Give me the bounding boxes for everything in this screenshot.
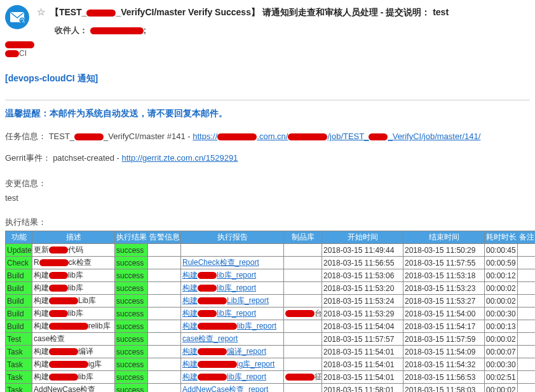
th-repo: 制品库 [284,231,322,244]
task-name-suffix: _VerifyCI/master #141 - [104,132,193,141]
cell-report: 构建lib库_report [181,320,284,333]
task-info-line: 任务信息： TEST__VerifyCI/master #141 - https… [5,131,530,142]
cell-desc: Rck检查 [32,257,115,269]
cell-func: Task [6,358,32,371]
cell-status: success [115,257,148,269]
redacted-blob [90,27,144,34]
cell-desc: 构建lib库 [32,308,115,320]
cell-report: 构建lib库_report [181,308,284,320]
cell-repo [284,257,322,269]
table-row: Task构建lib库success构建lib库_report征库2018-03-… [6,371,536,384]
recipients-line: 收件人： ; [55,25,530,36]
cell-end: 2018-03-15 11:54:17 [403,320,485,333]
cell-start: 2018-03-15 11:57:57 [322,333,403,346]
cell-repo [284,333,322,346]
report-link[interactable]: RuleCheck检查_report [182,258,259,267]
cell-repo [284,384,322,393]
cell-dur: 00:00:45 [485,244,518,257]
star-icon[interactable]: ☆ [37,6,45,17]
cell-remark [518,320,536,333]
cell-alert [148,320,181,333]
cell-report: RuleCheck检查_report [181,257,284,269]
cell-alert [148,295,181,308]
sender-block: CI [5,40,530,58]
cell-end: 2018-03-15 11:56:53 [403,371,485,384]
cell-desc: AddNewCase检查 [32,384,115,393]
cell-dur: 00:00:12 [485,269,518,282]
email-header: ☆ 【TEST__VerifyCI/master Verify Success】… [5,5,530,36]
cell-repo [284,269,322,282]
cell-dur: 00:00:02 [485,282,518,295]
redacted-blob [5,41,34,48]
table-row: Update更新代码success2018-03-15 11:49:442018… [6,244,536,257]
cell-dur: 00:00:13 [485,320,518,333]
cell-start: 2018-03-15 11:53:24 [322,295,403,308]
cell-func: Build [6,282,32,295]
cell-remark [518,269,536,282]
cell-end: 2018-03-15 11:53:23 [403,282,485,295]
cell-end: 2018-03-15 11:54:09 [403,346,485,358]
cell-func: Build [6,320,32,333]
cell-report: 构建Lib库_report [181,295,284,308]
cell-desc: 构建ig库 [32,358,115,371]
report-link[interactable]: 构建ig库_report [182,360,274,368]
cell-func: Task [6,384,32,393]
redacted-blob [49,323,88,330]
cell-repo [284,295,322,308]
redacted-blob [369,133,388,140]
cell-remark [518,282,536,295]
table-header-row: 功能 描述 执行结果 告警信息 执行报告 制品库 开始时间 结束时间 耗时时长 … [6,231,536,244]
cell-status: success [115,358,148,371]
cell-alert [148,371,181,384]
cell-dur: 00:00:02 [485,384,518,393]
report-link[interactable]: 构建编译_report [182,347,266,356]
report-link[interactable]: 构建lib库_report [182,321,276,330]
cell-remark [518,244,536,257]
report-link[interactable]: 构建lib库_report [182,283,256,292]
table-row: Build构建lib库success构建lib库_report2018-03-1… [6,269,536,282]
report-link[interactable]: AddNewCase检查_report [182,385,268,392]
cell-start: 2018-03-15 11:54:01 [322,371,403,384]
cell-remark [518,295,536,308]
redacted-blob [198,297,227,304]
subject-prefix: 【TEST_ [50,7,87,17]
table-row: Build构建lib库success构建lib库_report台库2018-03… [6,308,536,320]
cell-status: success [115,282,148,295]
cell-report: case检查_report [181,333,284,346]
th-status: 执行结果 [115,231,148,244]
cell-report: 构建编译_report [181,346,284,358]
redacted-blob [49,247,68,253]
cell-repo [284,282,322,295]
cell-start: 2018-03-15 11:54:01 [322,346,403,358]
email-subject: ☆ 【TEST__VerifyCI/master Verify Success】… [37,5,530,18]
report-link[interactable]: 构建lib库_report [182,271,256,280]
cell-start: 2018-03-15 11:53:06 [322,269,403,282]
mail-icon [5,5,30,30]
redacted-blob [198,285,217,292]
cell-dur: 00:00:02 [485,295,518,308]
task-url-link[interactable]: https://.com.cn//job/TEST__VerifyCI/job/… [193,132,480,141]
table-row: Task构建ig库success构建ig库_report2018-03-15 1… [6,358,536,371]
cell-func: Check [6,257,32,269]
table-row: Build构建lib库success构建lib库_report2018-03-1… [6,282,536,295]
cell-func: Update [6,244,32,257]
cell-desc: 构建lib库 [32,269,115,282]
task-info-label: 任务信息： [5,132,46,141]
redacted-blob [198,272,217,279]
cell-status: success [115,320,148,333]
report-link[interactable]: 构建lib库_report [182,309,256,318]
th-report: 执行报告 [181,231,284,244]
report-link[interactable]: case检查_report [182,334,238,343]
redacted-blob [198,361,237,368]
th-remark: 备注 [518,231,536,244]
cell-alert [148,269,181,282]
gerrit-url-link[interactable]: http://gerrit.zte.com.cn/1529291 [122,153,238,163]
cell-desc: 构建编译 [32,346,115,358]
cell-desc: 构建lib库 [32,282,115,295]
cell-desc: 更新代码 [32,244,115,257]
cell-dur: 00:00:07 [485,346,518,358]
report-link[interactable]: 构建lib库_report [182,372,266,381]
report-link[interactable]: 构建Lib库_report [182,296,269,305]
cell-report: 构建lib库_report [181,282,284,295]
cell-end: 2018-03-15 11:57:55 [403,257,485,269]
